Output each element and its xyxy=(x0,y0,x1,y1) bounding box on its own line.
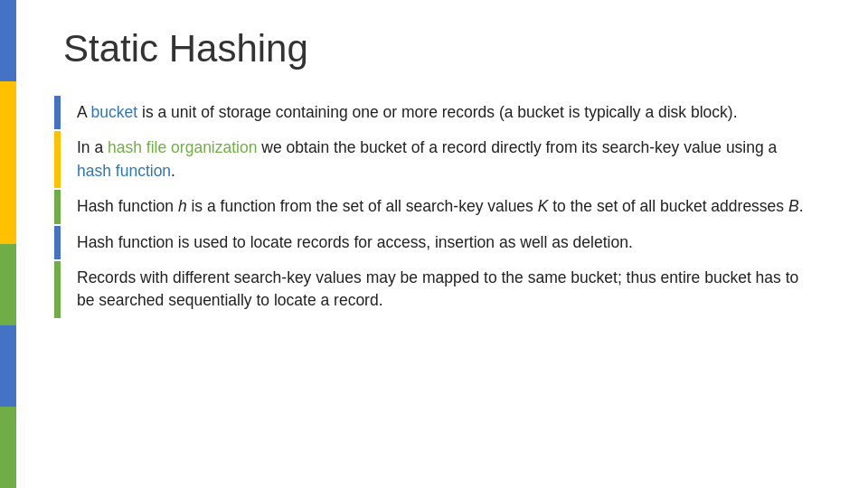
highlight-bucket: bucket xyxy=(91,103,138,121)
italic-B: B xyxy=(788,197,799,215)
italic-K: K xyxy=(538,197,549,215)
page-title: Static Hashing xyxy=(54,27,814,70)
bullet-list: A bucket is a unit of storage containing… xyxy=(54,96,814,320)
left-bar-1 xyxy=(0,0,16,81)
highlight-hash-file: hash file organization xyxy=(108,138,257,156)
bullet-bar-3 xyxy=(54,190,61,223)
left-bar-2 xyxy=(0,81,16,163)
list-item: In a hash file organization we obtain th… xyxy=(54,131,814,188)
bullet-content-3: Hash function h is a function from the s… xyxy=(77,190,814,223)
bullet-bar-1 xyxy=(54,96,61,129)
left-decoration xyxy=(0,0,16,488)
slide: Static Hashing A bucket is a unit of sto… xyxy=(0,0,868,488)
italic-h: h xyxy=(178,197,187,215)
bullet-content-4: Hash function is used to locate records … xyxy=(77,226,814,259)
left-bar-5 xyxy=(0,325,16,407)
list-item: A bucket is a unit of storage containing… xyxy=(54,96,814,129)
left-bar-6 xyxy=(0,407,16,488)
bullet-content-1: A bucket is a unit of storage containing… xyxy=(77,96,814,129)
bullet-bar-4 xyxy=(54,226,61,259)
highlight-hash-function: hash function xyxy=(77,162,171,180)
list-item: Hash function is used to locate records … xyxy=(54,226,814,259)
left-bar-3 xyxy=(0,163,16,244)
list-item: Records with different search-key values… xyxy=(54,261,814,318)
list-item: Hash function h is a function from the s… xyxy=(54,190,814,223)
bullet-content-2: In a hash file organization we obtain th… xyxy=(77,131,814,188)
bullet-content-5: Records with different search-key values… xyxy=(77,261,814,318)
bullet-bar-5 xyxy=(54,261,61,318)
left-bar-4 xyxy=(0,244,16,325)
bullet-bar-2 xyxy=(54,131,61,188)
